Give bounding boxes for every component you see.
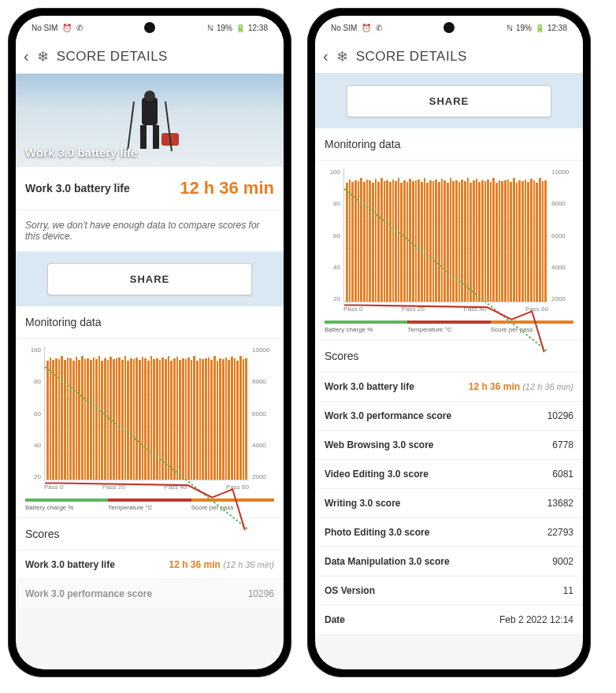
score-value: 22793 — [547, 527, 573, 538]
score-label: OS Version — [325, 585, 375, 596]
score-row: Web Browsing 3.0 score6778 — [315, 430, 583, 459]
score-label: Work 3.0 battery life — [325, 381, 414, 392]
back-icon[interactable]: ‹ — [24, 47, 29, 65]
phone-left: No SIM ⏰ ✆ ℕ 19% 🔋 12:38 ‹ ❄ SCORE DETAI… — [8, 8, 291, 677]
y-axis-right: 100008000600040002000 — [548, 169, 573, 302]
alarm-icon: ⏰ — [362, 24, 371, 32]
sim-status: No SIM — [32, 24, 58, 32]
share-button[interactable]: SHARE — [47, 263, 252, 295]
svg-point-1 — [144, 91, 155, 102]
score-row: Writing 3.0 score13682 — [315, 488, 583, 517]
svg-line-5 — [128, 102, 134, 151]
score-row: OS Version11 — [315, 576, 583, 605]
legend-score: Score per pass — [491, 321, 573, 333]
status-bar: No SIM ⏰ ✆ ℕ 19% 🔋 12:38 — [16, 16, 284, 39]
compare-note: Sorry, we don't have enough data to comp… — [16, 210, 284, 252]
app-header: ‹ ❄ SCORE DETAILS — [16, 39, 284, 74]
chart-plot — [44, 346, 249, 480]
svg-rect-0 — [142, 98, 158, 125]
score-value: 13682 — [547, 498, 573, 509]
snowflake-icon: ❄ — [336, 48, 348, 65]
content-scroll[interactable]: Work 3.0 battery life Work 3.0 battery l… — [16, 74, 284, 669]
score-row: Photo Editing 3.0 score22793 — [315, 517, 583, 547]
score-value: 6081 — [552, 469, 573, 480]
chart-legend: Battery charge % Temperature °C Score pe… — [25, 498, 274, 511]
score-label: Data Manipulation 3.0 score — [325, 556, 450, 567]
alarm-icon: ⏰ — [62, 24, 72, 32]
battery-icon: 🔋 — [236, 24, 245, 32]
app-header: ‹ ❄ SCORE DETAILS — [315, 39, 583, 74]
whatsapp-icon: ✆ — [76, 24, 83, 32]
share-section: SHARE — [16, 252, 284, 306]
score-value: 6778 — [552, 439, 573, 450]
score-label: Video Editing 3.0 score — [325, 469, 429, 480]
score-row: Data Manipulation 3.0 score9002 — [315, 547, 583, 576]
page-title: SCORE DETAILS — [57, 49, 168, 65]
content-scroll[interactable]: SHARE Monitoring data 10080604020 — [315, 74, 583, 669]
nfc-icon: ℕ — [507, 24, 513, 32]
svg-rect-3 — [153, 125, 159, 149]
clock: 12:38 — [248, 24, 268, 32]
back-icon[interactable]: ‹ — [323, 47, 328, 65]
screen: No SIM ⏰ ✆ ℕ 19% 🔋 12:38 ‹ ❄ SCORE DETAI… — [315, 16, 583, 669]
phone-right: No SIM ⏰ ✆ ℕ 19% 🔋 12:38 ‹ ❄ SCORE DETAI… — [307, 8, 591, 677]
share-section: SHARE — [315, 74, 583, 128]
score-label: Photo Editing 3.0 score — [325, 527, 429, 538]
result-value: 12 h 36 min — [180, 178, 274, 198]
chart-legend: Battery charge % Temperature °C Score pe… — [325, 321, 573, 333]
hero-caption: Work 3.0 battery life — [25, 146, 137, 159]
score-label: Web Browsing 3.0 score — [325, 439, 434, 450]
nfc-icon: ℕ — [207, 24, 213, 32]
screen: No SIM ⏰ ✆ ℕ 19% 🔋 12:38 ‹ ❄ SCORE DETAI… — [16, 16, 284, 669]
y-axis-left: 10080604020 — [25, 346, 44, 480]
battery-pct: 19% — [516, 24, 532, 32]
share-button[interactable]: SHARE — [347, 85, 551, 117]
legend-battery: Battery charge % — [25, 498, 108, 511]
result-label: Work 3.0 battery life — [25, 182, 130, 195]
score-value: 12 h 36 min (12 h 36 min) — [469, 381, 573, 392]
score-row: Video Editing 3.0 score6081 — [315, 459, 583, 488]
chart-plot — [343, 169, 548, 302]
score-bars — [45, 346, 249, 480]
y-axis-left: 10080604020 — [325, 169, 343, 302]
page-title: SCORE DETAILS — [356, 49, 467, 65]
score-label: Date — [325, 614, 345, 625]
y-axis-right: 100008000600040002000 — [249, 346, 274, 480]
hero-banner: Work 3.0 battery life — [16, 74, 284, 167]
score-label: Writing 3.0 score — [325, 498, 400, 509]
score-row: Work 3.0 performance score 10296 — [16, 579, 284, 608]
legend-temp: Temperature °C — [407, 321, 490, 333]
score-value: 9002 — [552, 556, 573, 567]
monitoring-title: Monitoring data — [16, 306, 284, 339]
score-value: 10296 — [547, 410, 573, 421]
legend-score: Score per pass — [191, 498, 274, 511]
legend-temp: Temperature °C — [108, 498, 191, 511]
status-bar: No SIM ⏰ ✆ ℕ 19% 🔋 12:38 — [315, 16, 583, 39]
x-axis: Pass 0Pass 20Pass 40Pass 60 — [44, 480, 249, 491]
score-row: Work 3.0 battery life 12 h 36 min (12 h … — [16, 550, 284, 579]
monitoring-title: Monitoring data — [315, 128, 583, 161]
score-row: Work 3.0 performance score10296 — [315, 401, 583, 430]
score-value: Feb 2 2022 12:14 — [499, 614, 573, 625]
battery-icon: 🔋 — [535, 24, 544, 32]
whatsapp-icon: ✆ — [376, 24, 382, 32]
sim-status: No SIM — [331, 24, 357, 32]
score-value: 11 — [563, 585, 573, 596]
score-row: DateFeb 2 2022 12:14 — [315, 605, 583, 634]
x-axis: Pass 0Pass 20Pass 40Pass 60 — [343, 302, 548, 313]
result-row: Work 3.0 battery life 12 h 36 min — [16, 167, 284, 210]
clock: 12:38 — [547, 24, 567, 32]
score-row: Work 3.0 battery life12 h 36 min (12 h 3… — [315, 372, 583, 401]
battery-pct: 19% — [217, 24, 232, 32]
monitoring-chart: 10080604020 100008000600040002000 Pa — [315, 161, 583, 339]
snowflake-icon: ❄ — [37, 48, 49, 65]
scores-title: Scores — [16, 517, 284, 550]
scores-title: Scores — [315, 339, 583, 372]
score-label: Work 3.0 performance score — [325, 410, 451, 421]
legend-battery: Battery charge % — [325, 321, 407, 333]
monitoring-chart: 10080604020 100008000600040002000 Pa — [16, 339, 284, 517]
score-bars — [344, 169, 548, 302]
svg-rect-2 — [140, 125, 147, 149]
